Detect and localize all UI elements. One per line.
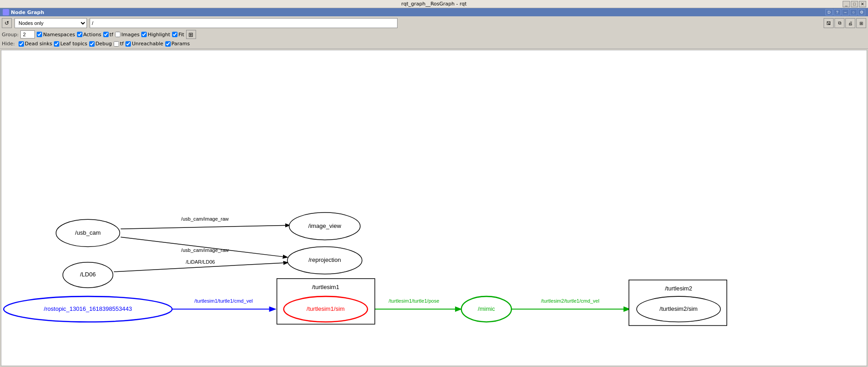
tf-checkbox[interactable] [103, 32, 109, 37]
debug-checkbox[interactable] [89, 41, 95, 47]
edge-label-pose: /turtlesim1/turtle1/pose [388, 298, 439, 304]
view-mode-dropdown[interactable]: Nodes only Nodes/Topics (all) Nodes/Topi… [14, 18, 87, 28]
namespaces-checkbox[interactable] [37, 32, 42, 37]
highlight-checkbox[interactable] [141, 32, 147, 37]
group-number-input[interactable] [20, 30, 35, 39]
close-btn[interactable]: ✕ [859, 1, 866, 7]
window-title: rqt_graph__RosGraph - rqt [401, 1, 466, 7]
app-icon [3, 9, 9, 15]
title-bar: rqt_graph__RosGraph - rqt _ □ ✕ [0, 0, 868, 8]
app-title-bar: Node Graph D ? – ○ ⚙ [0, 8, 868, 16]
unreachable-label[interactable]: Unreachable [125, 41, 163, 47]
copy-icon-btn[interactable]: ⧉ [834, 18, 844, 28]
edge-usb-cam-image-view [121, 225, 289, 229]
app-title: Node Graph [11, 10, 44, 15]
node-rostopic-label: /rostopic_13016_1618398553443 [44, 305, 132, 312]
minimize-btn[interactable]: _ [843, 1, 850, 7]
edge-label-cmd-vel: /turtlesim1/turtle1/cmd_vel [194, 298, 253, 304]
node-usb-cam-label: /usb_cam [75, 229, 101, 236]
restore-btn[interactable]: □ [851, 1, 858, 7]
fit-label[interactable]: Fit [172, 32, 184, 38]
app-dash-btn[interactable]: – [842, 9, 849, 15]
canvas-area[interactable]: /usb_cam/image_raw /usb_cam/image_raw /L… [1, 50, 867, 366]
dead-sinks-checkbox[interactable] [19, 41, 24, 47]
node-turtlesim1-sim-label: /turtlesim1/sim [307, 305, 345, 312]
images-checkbox[interactable] [115, 32, 120, 37]
main-window: rqt_graph__RosGraph - rqt _ □ ✕ Node Gra… [0, 0, 868, 367]
node-ld06-label: /LD06 [80, 271, 96, 278]
dead-sinks-label[interactable]: Dead sinks [19, 41, 52, 47]
highlight-label[interactable]: Highlight [141, 32, 170, 38]
filter-input[interactable] [90, 18, 398, 28]
save-icon-btn[interactable]: 🖫 [824, 18, 834, 28]
params-checkbox[interactable] [165, 41, 171, 47]
node-image-view-label: /image_view [308, 222, 341, 229]
node-turtlesim2-sim-label: /turtlesim2/sim [660, 305, 698, 312]
edge-label-turtlesim2-cmd-vel: /turtlesim2/turtle1/cmd_vel [541, 298, 599, 304]
edge-label-usb-cam-image-raw-1: /usb_cam/image_raw [181, 216, 229, 222]
unreachable-checkbox[interactable] [125, 41, 131, 47]
edge-label-usb-cam-image-raw-2: /usb_cam/image_raw [181, 247, 229, 253]
title-bar-controls: _ □ ✕ [843, 1, 866, 7]
actions-checkbox[interactable] [77, 32, 82, 37]
tf-label[interactable]: tf [103, 32, 113, 38]
images-label[interactable]: Images [115, 32, 139, 38]
node-reprojection-label: /reprojection [308, 256, 341, 263]
toolbar-icon-group: 🖫 ⧉ 🖨 ⊞ [824, 18, 866, 28]
toolbar: ↺ Nodes only Nodes/Topics (all) Nodes/To… [0, 16, 868, 49]
app-zero-btn[interactable]: ○ [850, 9, 857, 15]
refresh-button[interactable]: ↺ [2, 18, 12, 28]
namespaces-label[interactable]: Namespaces [37, 32, 75, 38]
leaf-topics-label[interactable]: Leaf topics [54, 41, 87, 47]
edge-label-lidar-ld06: /LiDAR/LD06 [186, 259, 215, 265]
app-settings-btn[interactable]: ⚙ [858, 9, 865, 15]
hide-label: Hide: [2, 41, 15, 47]
node-turtlesim1-label: /turtlesim1 [312, 284, 339, 290]
grid-button[interactable]: ⊞ [186, 30, 196, 39]
print-icon-btn[interactable]: 🖨 [845, 18, 855, 28]
fit-checkbox[interactable] [172, 32, 177, 37]
toolbar-row2: Group: Namespaces Actions tf Images High… [2, 29, 866, 40]
debug-label[interactable]: Debug [89, 41, 112, 47]
actions-label[interactable]: Actions [77, 32, 101, 38]
graph-svg: /usb_cam/image_raw /usb_cam/image_raw /L… [1, 50, 867, 366]
node-turtlesim2-label: /turtlesim2 [665, 285, 692, 292]
config-icon-btn[interactable]: ⊞ [856, 18, 866, 28]
app-question-btn[interactable]: ? [834, 9, 841, 15]
toolbar-row1: ↺ Nodes only Nodes/Topics (all) Nodes/To… [2, 17, 866, 29]
params-label[interactable]: Params [165, 41, 190, 47]
leaf-topics-checkbox[interactable] [54, 41, 59, 47]
toolbar-row3: Hide: Dead sinks Leaf topics Debug tf Un… [2, 40, 866, 48]
node-mimic-label: /mimic [478, 305, 495, 312]
app-d-btn[interactable]: D [825, 9, 833, 15]
tf2-checkbox[interactable] [114, 41, 119, 47]
group-label: Group: [2, 32, 19, 38]
tf2-label[interactable]: tf [114, 41, 124, 47]
